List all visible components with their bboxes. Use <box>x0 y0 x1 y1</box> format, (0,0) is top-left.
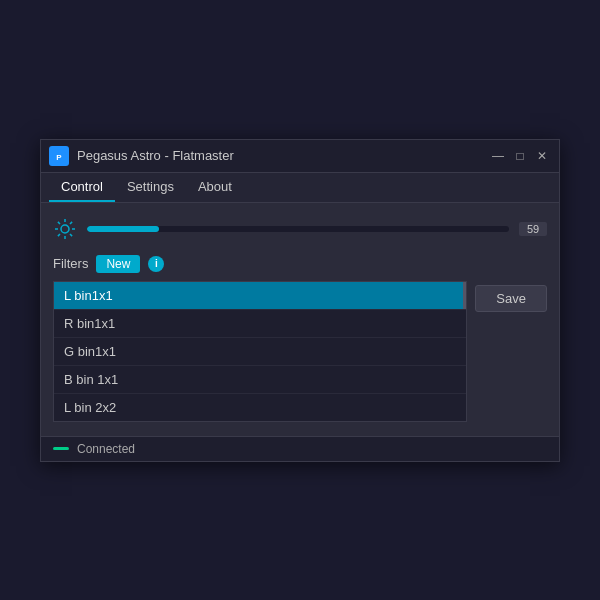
save-section: Save <box>475 281 547 422</box>
close-button[interactable]: ✕ <box>533 148 551 164</box>
window-controls: — □ ✕ <box>489 148 551 164</box>
window-title: Pegasus Astro - Flatmaster <box>77 148 481 163</box>
svg-line-9 <box>70 221 72 223</box>
slider-track <box>87 226 509 232</box>
menu-control[interactable]: Control <box>49 173 115 202</box>
app-logo: P <box>49 146 69 166</box>
maximize-button[interactable]: □ <box>511 148 529 164</box>
filter-item[interactable]: B bin 1x1 <box>54 366 466 394</box>
menu-about[interactable]: About <box>186 173 244 202</box>
svg-line-10 <box>58 234 60 236</box>
brightness-row: 59 <box>53 217 547 241</box>
menu-settings[interactable]: Settings <box>115 173 186 202</box>
svg-text:P: P <box>56 153 62 162</box>
brightness-slider[interactable] <box>87 219 509 239</box>
svg-point-2 <box>61 225 69 233</box>
filters-body: L bin1x1 R bin1x1 G bin1x1 B bin 1x1 L b… <box>53 281 547 422</box>
main-window: P Pegasus Astro - Flatmaster — □ ✕ Contr… <box>40 139 560 462</box>
info-icon[interactable]: i <box>148 256 164 272</box>
minimize-button[interactable]: — <box>489 148 507 164</box>
filter-item[interactable]: G bin1x1 <box>54 338 466 366</box>
new-filter-button[interactable]: New <box>96 255 140 273</box>
filter-item[interactable]: R bin1x1 <box>54 310 466 338</box>
slider-fill <box>87 226 159 232</box>
svg-line-7 <box>58 221 60 223</box>
filter-item[interactable]: L bin 2x2 <box>54 394 466 421</box>
status-bar: Connected <box>41 436 559 461</box>
brightness-icon <box>53 217 77 241</box>
filter-item[interactable]: L bin1x1 <box>54 282 466 310</box>
filter-list[interactable]: L bin1x1 R bin1x1 G bin1x1 B bin 1x1 L b… <box>53 281 467 422</box>
save-button[interactable]: Save <box>475 285 547 312</box>
connection-indicator <box>53 447 69 450</box>
status-text: Connected <box>77 442 135 456</box>
filters-header: Filters New i <box>53 255 547 273</box>
title-bar: P Pegasus Astro - Flatmaster — □ ✕ <box>41 140 559 173</box>
filters-label: Filters <box>53 256 88 271</box>
content-area: 59 Filters New i L bin1x1 R bin1x1 G bin… <box>41 203 559 436</box>
menu-bar: Control Settings About <box>41 173 559 203</box>
brightness-value: 59 <box>519 222 547 236</box>
svg-line-8 <box>70 234 72 236</box>
